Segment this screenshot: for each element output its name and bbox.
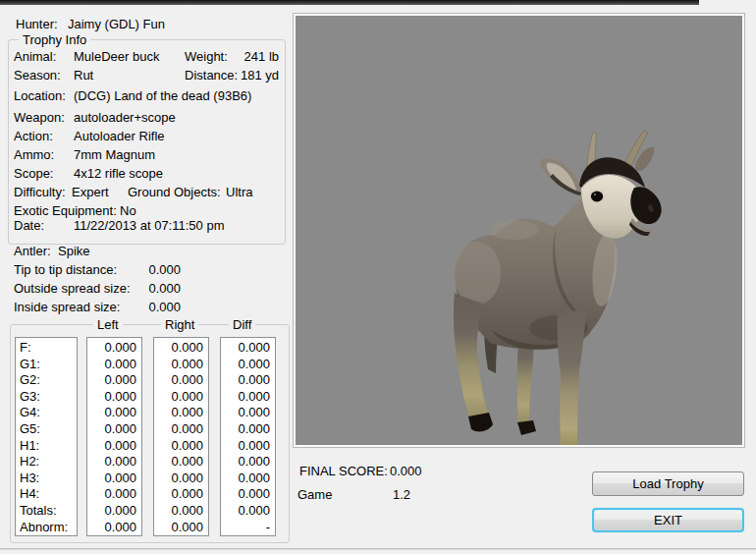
left-value: 0.000: [87, 340, 141, 357]
exit-button[interactable]: EXIT: [592, 508, 744, 532]
right-value: 0.000: [154, 438, 208, 455]
ground-objects-label: Ground Objects:: [128, 185, 221, 199]
right-value: 0.000: [154, 486, 208, 503]
diff-value: 0.000: [221, 340, 275, 357]
right-value: 0.000: [154, 520, 208, 536]
game-version-value: 1.2: [393, 487, 410, 502]
right-values-listbox[interactable]: 0.000 0.000 0.000 0.000 0.000 0.000 0.00…: [153, 337, 209, 536]
weapon-label: Weapon:: [14, 110, 65, 125]
antler-type-value: Spike: [58, 244, 90, 258]
diff-value: 0.000: [221, 372, 275, 389]
measure-row-label: G2:: [16, 372, 77, 389]
column-header-diff: Diff: [229, 317, 255, 332]
scope-label: Scope:: [14, 166, 53, 181]
measure-row-label: H2:: [16, 454, 77, 471]
left-value: 0.000: [87, 454, 141, 471]
right-value: 0.000: [154, 405, 208, 421]
measure-row-label: G5:: [16, 421, 77, 438]
diff-value: 0.000: [221, 486, 275, 503]
final-score-label: FINAL SCORE:: [299, 464, 388, 478]
measure-row-label: H1:: [16, 438, 77, 455]
outside-spread-label: Outside spread size:: [14, 281, 131, 296]
measure-row-label: G3:: [16, 389, 77, 406]
weapon-value: autoloader+scope: [74, 110, 176, 125]
left-value: 0.000: [87, 438, 141, 455]
date-value: 11/22/2013 at 07:11:50 pm: [74, 218, 224, 233]
diff-value: 0.000: [221, 438, 275, 455]
tip-to-tip-value: 0.000: [147, 262, 181, 277]
measure-row-label: Abnorm:: [16, 520, 77, 536]
right-value: 0.000: [154, 340, 208, 357]
right-value: 0.000: [154, 454, 208, 471]
inside-spread-label: Inside spread size:: [14, 300, 120, 314]
difficulty-label: Difficulty:: [14, 185, 66, 199]
final-score-value: 0.000: [390, 464, 422, 478]
inside-spread-value: 0.000: [147, 300, 181, 314]
diff-values-listbox[interactable]: 0.000 0.000 0.000 0.000 0.000 0.000 0.00…: [220, 337, 276, 536]
left-values-listbox[interactable]: 0.000 0.000 0.000 0.000 0.000 0.000 0.00…: [86, 337, 142, 536]
measure-row-label: G1:: [16, 357, 77, 373]
weight-value: 241 lb: [226, 49, 279, 64]
right-value: 0.000: [154, 389, 208, 406]
diff-value: 0.000: [221, 405, 275, 421]
left-value: 0.000: [87, 405, 141, 421]
trophy-viewer-window: Hunter: Jaimy (GDL) Fun Trophy Info Anim…: [0, 0, 756, 554]
left-value: 0.000: [87, 503, 141, 520]
action-label: Action:: [14, 129, 53, 143]
trophy-info-legend: Trophy Info: [19, 32, 90, 47]
left-value: 0.000: [87, 372, 141, 389]
deer-render-image: [296, 16, 742, 445]
season-value: Rut: [74, 68, 93, 83]
ammo-label: Ammo:: [14, 147, 54, 162]
season-label: Season:: [14, 68, 61, 83]
exotic-equipment-value: No: [120, 203, 136, 218]
animal-label: Animal:: [14, 49, 56, 64]
diff-value: 0.000: [221, 357, 275, 373]
hunter-label: Hunter:: [16, 17, 58, 31]
ammo-value: 7mm Magnum: [74, 147, 155, 162]
location-value: (DCG) Land of the dead (93B6): [74, 88, 251, 103]
measure-row-label: Totals:: [16, 503, 77, 520]
left-value: 0.000: [87, 520, 141, 536]
diff-value: 0.000: [221, 454, 275, 471]
measure-row-label: F:: [16, 340, 77, 357]
measure-name-listbox[interactable]: F: G1: G2: G3: G4: G5: H1: H2: H3: H4: T…: [15, 337, 78, 536]
exotic-equipment-label: Exotic Equipment:: [14, 203, 117, 218]
antler-type-label: Antler:: [14, 244, 51, 258]
diff-value: 0.000: [221, 471, 275, 487]
game-version-label: Game: [297, 487, 332, 502]
measure-row-label: H4:: [16, 486, 77, 503]
diff-value: 0.000: [221, 421, 275, 438]
top-dark-strip: [0, 0, 699, 5]
right-value: 0.000: [154, 372, 208, 389]
difficulty-value: Expert: [72, 185, 109, 199]
right-value: 0.000: [154, 503, 208, 520]
right-value: 0.000: [154, 357, 208, 373]
location-label: Location:: [14, 88, 66, 103]
action-value: Autoloader Rifle: [74, 129, 165, 143]
load-trophy-button[interactable]: Load Trophy: [592, 471, 744, 496]
column-header-left: Left: [93, 317, 123, 332]
trophy-3d-viewport: [294, 14, 744, 447]
measure-row-label: H3:: [16, 471, 77, 487]
diff-value: 0.000: [221, 503, 275, 520]
animal-value: MuleDeer buck: [74, 49, 159, 64]
ground-objects-value: Ultra: [226, 185, 252, 199]
measure-row-label: G4:: [16, 405, 77, 421]
hunter-value: Jaimy (GDL) Fun: [68, 17, 165, 31]
diff-value: 0.000: [221, 389, 275, 406]
column-header-right: Right: [161, 317, 198, 332]
tip-to-tip-label: Tip to tip distance:: [14, 262, 117, 277]
right-value: 0.000: [154, 471, 208, 487]
weight-label: Weight:: [185, 49, 228, 64]
outside-spread-value: 0.000: [147, 281, 181, 296]
left-value: 0.000: [87, 357, 141, 373]
left-value: 0.000: [87, 421, 141, 438]
left-value: 0.000: [87, 471, 141, 487]
left-value: 0.000: [87, 486, 141, 503]
diff-value: -: [221, 520, 275, 536]
distance-value: 181 yd: [226, 68, 279, 83]
scope-value: 4x12 rifle scope: [74, 166, 163, 181]
date-label: Date:: [14, 218, 44, 233]
right-value: 0.000: [154, 421, 208, 438]
